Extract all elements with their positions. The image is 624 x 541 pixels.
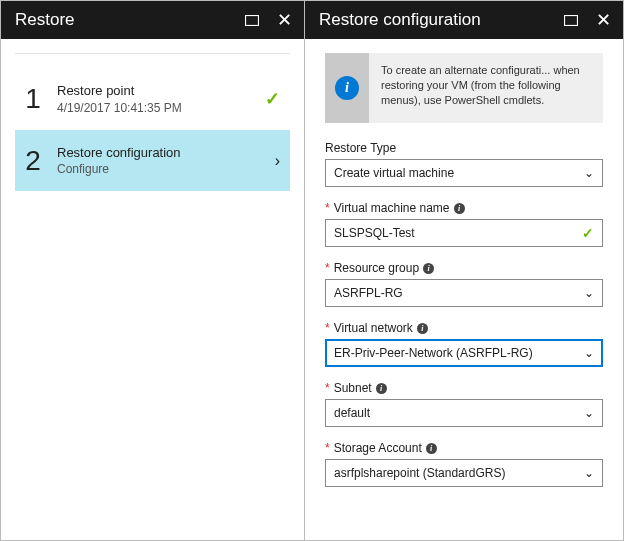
storage-value: asrfplsharepoint (StandardGRS) [334,466,505,480]
step-list: 1 Restore point 4/19/2017 10:41:35 PM ✓ … [1,54,304,205]
validation-check-icon: ✓ [582,225,594,241]
info-icon[interactable]: i [376,383,387,394]
subnet-label: Subnet [334,381,372,395]
close-icon[interactable]: ✕ [592,7,615,33]
step-number: 2 [21,145,45,177]
close-icon[interactable]: ✕ [273,7,296,33]
step-subtitle: 4/19/2017 10:41:35 PM [57,100,253,116]
restore-type-label: Restore Type [325,141,396,155]
chevron-down-icon: ⌄ [584,466,594,480]
step-restore-config[interactable]: 2 Restore configuration Configure › [15,130,290,192]
subnet-value: default [334,406,370,420]
restore-icon[interactable] [560,11,582,30]
required-asterisk: * [325,381,330,395]
left-header: Restore ✕ [1,1,304,39]
required-asterisk: * [325,201,330,215]
restore-type-select[interactable]: Create virtual machine ⌄ [325,159,603,187]
info-icon[interactable]: i [426,443,437,454]
svg-rect-1 [565,15,578,25]
vnet-select[interactable]: ER-Priv-Peer-Network (ASRFPL-RG) ⌄ [325,339,603,367]
resource-group-label: Resource group [334,261,419,275]
step-subtitle: Configure [57,161,263,177]
right-header: Restore configuration ✕ [305,1,623,39]
required-asterisk: * [325,261,330,275]
step-number: 1 [21,83,45,115]
resource-group-select[interactable]: ASRFPL-RG ⌄ [325,279,603,307]
subnet-select[interactable]: default ⌄ [325,399,603,427]
info-icon[interactable]: i [417,323,428,334]
chevron-right-icon: › [275,152,280,170]
step-title: Restore point [57,82,253,100]
chevron-down-icon: ⌄ [584,406,594,420]
right-title: Restore configuration [319,10,560,30]
chevron-down-icon: ⌄ [584,166,594,180]
vm-name-value: SLSPSQL-Test [334,226,415,240]
vnet-value: ER-Priv-Peer-Network (ASRFPL-RG) [334,346,533,360]
restore-type-value: Create virtual machine [334,166,454,180]
required-asterisk: * [325,441,330,455]
svg-rect-0 [246,15,259,25]
step-restore-point[interactable]: 1 Restore point 4/19/2017 10:41:35 PM ✓ [15,68,290,130]
storage-select[interactable]: asrfplsharepoint (StandardGRS) ⌄ [325,459,603,487]
info-text: To create an alternate configurati... wh… [369,53,603,118]
chevron-down-icon: ⌄ [584,346,594,360]
vm-name-label: Virtual machine name [334,201,450,215]
restore-icon[interactable] [241,11,263,30]
info-callout: i To create an alternate configurati... … [325,53,603,123]
check-icon: ✓ [265,88,280,110]
step-title: Restore configuration [57,144,263,162]
vnet-label: Virtual network [334,321,413,335]
resource-group-value: ASRFPL-RG [334,286,403,300]
storage-label: Storage Account [334,441,422,455]
left-title: Restore [15,10,241,30]
info-icon: i [325,53,369,123]
required-asterisk: * [325,321,330,335]
vm-name-input[interactable]: SLSPSQL-Test ✓ [325,219,603,247]
info-icon[interactable]: i [454,203,465,214]
info-icon[interactable]: i [423,263,434,274]
chevron-down-icon: ⌄ [584,286,594,300]
